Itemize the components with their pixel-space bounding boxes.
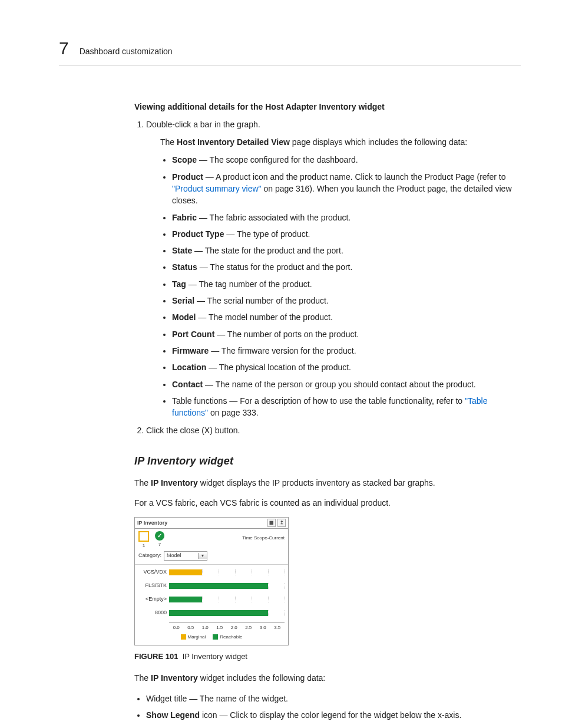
ip-inventory-heading: IP Inventory widget <box>134 453 515 469</box>
category-value: Model <box>164 552 198 559</box>
page-header: 7 Dashboard customization <box>59 35 521 65</box>
marginal-swatch-icon <box>181 634 186 640</box>
bar-track <box>169 583 285 589</box>
list-item: Contact — The name of the person or grou… <box>172 378 515 390</box>
procedure-list: Double-click a bar in the graph. The Hos… <box>134 118 515 437</box>
x-tick: 2.5 <box>242 624 256 631</box>
figure-number: FIGURE 101 <box>134 652 178 661</box>
status-reachable[interactable]: ✓ 7 <box>155 531 164 548</box>
list-item: Show Legend icon — Click to display the … <box>146 709 515 721</box>
bar-row[interactable]: 8000 <box>138 609 285 617</box>
legend-marginal: Marginal <box>181 634 206 641</box>
time-scope-label: Time Scope-Current <box>242 535 285 542</box>
ip-intro-2: For a VCS fabric, each VCS fabric is cou… <box>134 497 515 509</box>
ip-after-intro: The IP Inventory widget includes the fol… <box>134 672 515 684</box>
product-summary-link[interactable]: "Product summary view" <box>172 184 262 193</box>
subsection-heading: Viewing additional details for the Host … <box>134 101 515 113</box>
list-item: Serial — The serial number of the produc… <box>172 295 515 307</box>
list-item: Port Count — The number of ports on the … <box>172 328 515 340</box>
grid-icon[interactable]: ▦ <box>267 519 276 527</box>
x-axis: 0.00.51.01.52.02.53.03.5 <box>169 622 285 630</box>
bar-label: <Empty> <box>138 595 169 603</box>
legend-reachable: Reachable <box>213 634 242 641</box>
x-tick: 3.0 <box>256 624 270 631</box>
x-tick: 0.0 <box>169 624 184 631</box>
bar-segment[interactable] <box>169 610 268 616</box>
step-2: Click the close (X) button. <box>146 424 515 436</box>
step-text: Double-click a bar in the graph. <box>146 120 260 129</box>
bar-track <box>169 610 285 616</box>
export-icon[interactable]: ↥ <box>277 519 286 527</box>
list-item: Tag — The tag number of the product. <box>172 278 515 290</box>
reachable-icon: ✓ <box>155 531 164 541</box>
list-item: Table functions — For a description of h… <box>172 395 515 419</box>
bar-row[interactable]: <Empty> <box>138 595 285 603</box>
list-item: Product Type — The type of product. <box>172 228 515 240</box>
bar-chart[interactable]: VCS/VDXFLS/STK<Empty>8000 <box>138 568 285 617</box>
list-item: Scope — The scope configured for the das… <box>172 154 515 166</box>
widget-title: IP Inventory <box>137 519 167 527</box>
bar-segment[interactable] <box>169 597 202 602</box>
list-item: Firmware — The firmware version for the … <box>172 345 515 357</box>
figure-caption: FIGURE 101 IP Inventory widget <box>134 651 515 663</box>
step-detail: The Host Inventory Detailed View page di… <box>160 136 515 148</box>
list-item: Fabric — The fabric associated with the … <box>172 212 515 223</box>
list-item: Model — The model number of the product. <box>172 311 515 323</box>
reachable-swatch-icon <box>213 634 218 640</box>
x-tick: 1.0 <box>198 624 213 631</box>
chapter-title: Dashboard customization <box>80 45 173 57</box>
x-tick: 0.5 <box>184 624 199 631</box>
bar-segment[interactable] <box>169 583 268 589</box>
figure-title: IP Inventory widget <box>183 652 247 661</box>
list-item: Widget title — The name of the widget. <box>146 693 515 704</box>
ip-field-list: Widget title — The name of the widget. S… <box>134 693 515 722</box>
bar-track <box>169 569 285 575</box>
bar-segment[interactable] <box>169 569 202 575</box>
widget-title-icons: ▦ ↥ <box>267 519 286 527</box>
step-1: Double-click a bar in the graph. The Hos… <box>146 118 515 419</box>
widget-titlebar: IP Inventory ▦ ↥ <box>135 518 288 529</box>
bar-label: FLS/STK <box>138 582 169 589</box>
widget-status-row: 1 ✓ 7 Time Scope-Current <box>135 529 288 551</box>
field-list: Scope — The scope configured for the das… <box>160 154 515 419</box>
status-marginal[interactable]: 1 <box>138 531 149 549</box>
bar-row[interactable]: FLS/STK <box>138 582 285 589</box>
bar-track <box>169 597 285 602</box>
x-tick: 1.5 <box>213 624 227 631</box>
detailed-view-name: Host Inventory Detailed View <box>177 137 290 147</box>
main-content: Viewing additional details for the Host … <box>134 101 515 722</box>
list-item: Location — The physical location of the … <box>172 361 515 373</box>
category-row: Category: Model ▼ <box>135 551 288 564</box>
ip-intro-1: The IP Inventory widget displays the IP … <box>134 477 515 489</box>
category-select[interactable]: Model ▼ <box>164 551 207 561</box>
chevron-down-icon: ▼ <box>198 553 207 559</box>
marginal-icon <box>138 531 149 542</box>
bar-row[interactable]: VCS/VDX <box>138 568 285 576</box>
chapter-number: 7 <box>59 35 69 61</box>
category-label: Category: <box>138 552 161 559</box>
bar-label: VCS/VDX <box>138 568 169 576</box>
list-item: Product — A product icon and the product… <box>172 171 515 207</box>
chart-legend: Marginal Reachable <box>138 634 285 641</box>
x-tick: 3.5 <box>270 624 285 631</box>
x-tick: 2.0 <box>227 624 242 631</box>
chart-area: VCS/VDXFLS/STK<Empty>8000 0.00.51.01.52.… <box>135 564 288 645</box>
bar-label: 8000 <box>138 609 169 617</box>
list-item: State — The state for the product and th… <box>172 245 515 256</box>
ip-inventory-widget-figure: IP Inventory ▦ ↥ 1 ✓ 7 Time Scope-Curren… <box>134 517 289 645</box>
list-item: Status — The status for the product and … <box>172 261 515 273</box>
